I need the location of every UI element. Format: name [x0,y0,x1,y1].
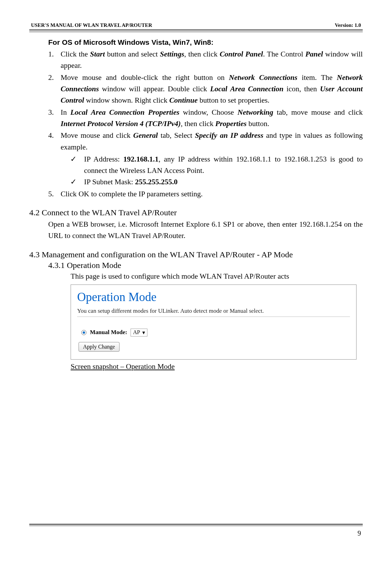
step-3-num: 3. [48,107,61,130]
section-4-2-heading: 4.2 Connect to the WLAN Travel AP/Router [29,208,363,217]
mode-select[interactable]: AP ▾ [131,329,147,337]
step-5: 5. Click OK to complete the IP parameter… [48,188,363,200]
manual-mode-radio[interactable] [81,330,86,335]
section-4-3-heading: 4.3 Management and configuration on the … [29,250,363,259]
apply-change-button[interactable]: Apply Change [79,342,120,352]
header-title: USER'S MANUAL OF WLAN TRAVEL AP/ROUTER [31,22,152,28]
operation-mode-title: Operation Mode [77,290,350,304]
check-icon: ✓ [70,154,84,177]
num-list: 1. Click the Start button and select Set… [48,49,363,200]
screenshot-caption: Screen snapshot – Operation Mode [29,362,363,371]
header-version: Version: 1.0 [335,22,361,28]
step-2-body: Move mouse and double-click the right bu… [61,72,363,106]
section-4-2-body: Open a WEB browser, i.e. Microsoft Inter… [29,219,363,242]
operation-mode-description: You can setup different modes for ULinke… [77,308,350,314]
header-rule-thick [29,30,363,30]
os-heading: For OS of Microsoft Windows Vista, Win7,… [48,38,363,46]
check-2: ✓ IP Subnet Mask: 255.255.255.0 [61,176,363,188]
operation-mode-screenshot: Operation Mode You can setup different m… [71,284,357,360]
step-4-body: Move mouse and click General tab, Select… [61,130,363,188]
check-icon: ✓ [70,176,84,188]
step-2-num: 2. [48,72,61,106]
footer-rule-thin [29,526,363,526]
step-5-body: Click OK to complete the IP parameters s… [61,188,363,200]
section-4-3-1-heading: 4.3.1 Operation Mode [48,261,363,270]
manual-mode-row: Manual Mode: AP ▾ [81,329,350,337]
step-3-body: In Local Area Connection Properties wind… [61,107,363,130]
step-4-num: 4. [48,130,61,188]
mode-select-value: AP [133,329,140,335]
page-header: USER'S MANUAL OF WLAN TRAVEL AP/ROUTER V… [29,22,363,30]
step-5-num: 5. [48,188,61,200]
step-3: 3. In Local Area Connection Properties w… [48,107,363,130]
step-1: 1. Click the Start button and select Set… [48,49,363,72]
page-number: 9 [29,529,363,537]
step-4: 4. Move mouse and click General tab, Sel… [48,130,363,188]
section-4-3-1-body: This page is used to configure which mod… [29,271,363,282]
step-2: 2. Move mouse and double-click the right… [48,72,363,106]
page-footer: 9 [29,524,363,537]
step-1-num: 1. [48,49,61,72]
step-1-body: Click the Start button and select Settin… [61,49,363,72]
check-1: ✓ IP Address: 192.168.1.1, any IP addres… [61,154,363,177]
header-rule-thin [29,32,363,32]
chevron-down-icon: ▾ [142,329,145,336]
radio-dot-icon [83,331,85,334]
check-list: ✓ IP Address: 192.168.1.1, any IP addres… [61,154,363,188]
footer-rule-thick [29,524,363,525]
manual-mode-label: Manual Mode: [90,329,127,336]
screenshot-divider [77,317,350,317]
